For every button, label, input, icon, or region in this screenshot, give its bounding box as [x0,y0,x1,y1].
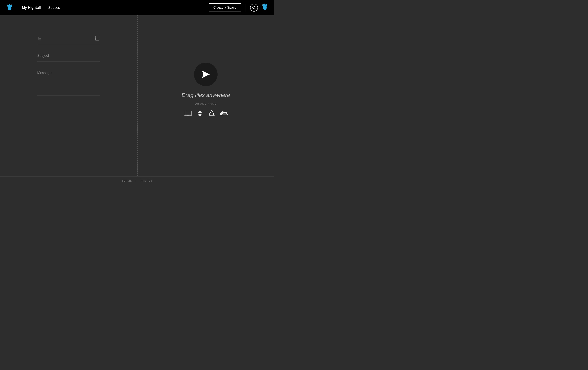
search-button[interactable] [250,4,258,11]
message-input[interactable] [37,69,100,93]
google-drive-icon[interactable] [208,110,216,117]
svg-marker-23 [198,111,202,114]
create-space-button[interactable]: Create a Space [209,3,241,12]
user-avatar[interactable] [261,3,269,12]
or-add-from-label: OR ADD FROM [195,102,217,105]
drop-zone-panel: Drag files anywhere OR ADD FROM [137,15,274,176]
compose-panel [0,15,137,176]
to-field-container [37,35,100,44]
page-footer: TERMS | PRIVACY [0,176,274,185]
user-avatar-icon [261,3,269,11]
hightail-logo-icon [6,4,13,11]
send-paper-plane-icon [200,69,211,80]
compose-form [37,35,100,100]
svg-rect-15 [95,38,96,39]
header-right-section: Create a Space [209,3,269,12]
svg-rect-16 [95,39,96,40]
svg-rect-10 [95,36,99,40]
subject-input[interactable] [37,52,100,59]
subject-field-container [37,52,100,61]
computer-icon[interactable] [184,110,192,117]
message-field-container [37,69,100,96]
add-from-sources [184,110,227,117]
nav-spaces[interactable]: Spaces [45,4,63,11]
to-field-row [37,35,100,42]
drag-files-text: Drag files anywhere [181,92,230,98]
svg-rect-14 [95,37,96,37]
app-header: My Hightail Spaces Create a Space [0,0,274,15]
terms-link[interactable]: TERMS [122,179,132,182]
privacy-link[interactable]: PRIVACY [140,179,153,182]
contact-book-icon[interactable] [95,36,100,42]
send-icon-circle [194,63,218,86]
footer-separator: | [136,179,136,182]
dropbox-icon[interactable] [196,110,204,117]
main-content: Drag files anywhere OR ADD FROM [0,15,274,176]
nav-my-hightail[interactable]: My Hightail [19,4,43,11]
onedrive-icon[interactable] [220,110,227,117]
main-nav: My Hightail Spaces [19,4,63,11]
to-input[interactable] [37,35,100,42]
svg-line-5 [255,8,256,9]
search-icon [252,5,256,10]
header-divider [246,4,246,11]
panel-divider [137,15,137,176]
svg-rect-19 [185,111,191,115]
logo[interactable] [6,4,13,11]
